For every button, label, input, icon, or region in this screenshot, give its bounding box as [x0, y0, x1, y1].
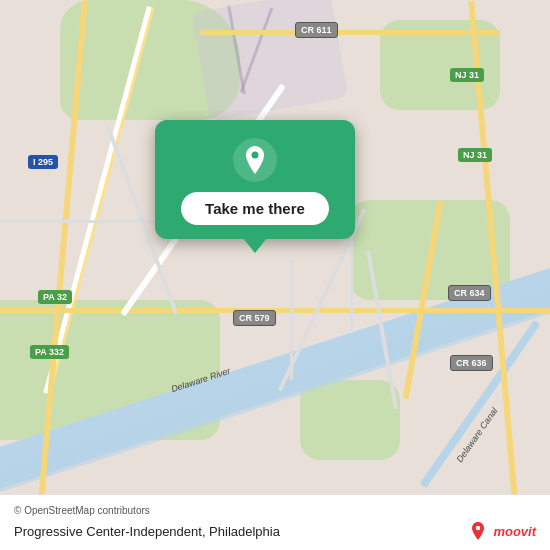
shield-cr611: CR 611: [295, 22, 338, 38]
road-cr611: [200, 30, 500, 35]
shield-cr636: CR 636: [450, 355, 493, 371]
shield-nj31b: NJ 31: [458, 148, 492, 162]
take-me-there-button[interactable]: Take me there: [181, 192, 329, 225]
shield-pa332: PA 332: [30, 345, 69, 359]
moovit-pin-icon: [467, 520, 489, 542]
moovit-logo: moovit: [467, 520, 536, 542]
location-row: Progressive Center-Independent, Philadel…: [14, 520, 536, 542]
popup-card: Take me there: [155, 120, 355, 239]
svg-point-1: [252, 152, 259, 159]
green-area: [300, 380, 400, 460]
location-name: Progressive Center-Independent, Philadel…: [14, 524, 280, 539]
location-pin-icon: [233, 138, 277, 182]
shield-pa32: PA 32: [38, 290, 72, 304]
attribution: © OpenStreetMap contributors: [14, 505, 536, 516]
shield-nj31a: NJ 31: [450, 68, 484, 82]
shield-i295: I 295: [28, 155, 58, 169]
moovit-text: moovit: [493, 524, 536, 539]
map-container: CR 611 NJ 31 NJ 31 I 295 PA 32 PA 332 CR…: [0, 0, 550, 550]
local-road: [290, 260, 293, 380]
shield-cr579: CR 579: [233, 310, 276, 326]
shield-cr634: CR 634: [448, 285, 491, 301]
svg-point-2: [476, 526, 480, 530]
bottom-bar: © OpenStreetMap contributors Progressive…: [0, 494, 550, 550]
